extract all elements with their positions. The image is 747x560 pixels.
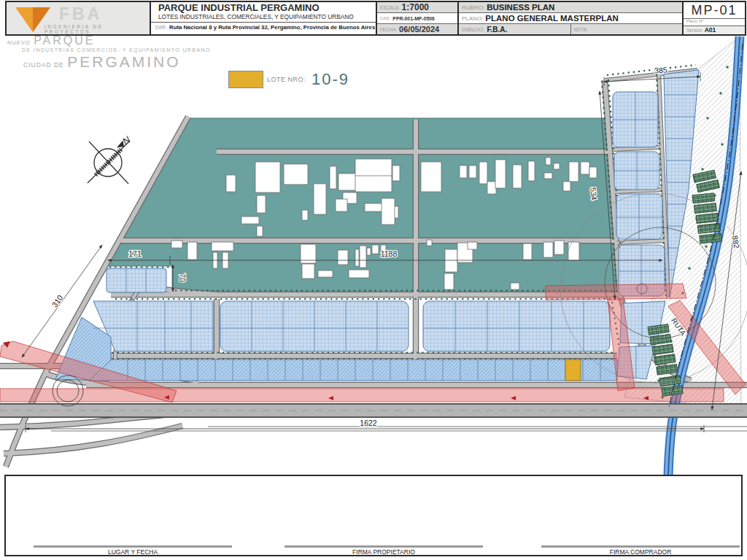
fecha-row: FECHA: 06/05/2024 [377,24,457,34]
header-line2: DE INDUSTRIAS COMERCIOS, Y EQUIPAMIENTO … [22,47,211,52]
project-title: PARQUE INDUSTRIAL PERGAMINO [151,2,376,13]
signature-label-comprador: FIRMA COMPRADOR [541,548,740,556]
rubro-label: RUBRO: [462,4,484,11]
header-parque: PARQUE [34,34,95,47]
logo-cell: FBA INGENIERIA DE PROYECTOS [7,2,151,34]
version-label: Version [686,28,703,33]
dim-1188: 1188 [381,249,398,258]
header-nuevo: NUEVO [7,39,31,46]
header-line1: NUEVO PARQUE [7,35,211,47]
project-address: DIR:Ruta Nacional 8 y Ruta Provincial 32… [151,23,376,31]
sheet-number-label: Plano N° [684,18,745,26]
signature-box: LUGAR Y FECHA FIRMA PROPIETARIO FIRMA CO… [4,475,743,556]
cad-label: CAD: [380,16,390,20]
dibujo-nota-row: DIBUJO: F.B.A. NOTA: [459,24,682,34]
plano-label: PLANO: [462,15,483,22]
dim-1622: 1622 [360,419,377,427]
title-block: FBA INGENIERIA DE PROYECTOS PARQUE INDUS… [5,1,746,36]
dim-310: 310 [50,293,64,308]
cad-row: CAD: PPR-001-MP-0506 [377,13,457,24]
lot-legend-label: LOTE NRO: [267,76,306,83]
signature-line-lugar [34,545,232,548]
nota-cell: NOTA: [570,24,683,34]
rubro-row: RUBRO: BUSINESS PLAN [459,2,682,13]
dir-label: DIR: [155,24,167,31]
dim-534: 534 [589,187,599,201]
nota-label: NOTA: [574,27,588,32]
sheet-code: MP-01 [684,2,745,18]
project-cell: PARQUE INDUSTRIAL PERGAMINO LOTES INDUST… [151,2,377,34]
lot-color-swatch [228,71,263,88]
plan-header: NUEVO PARQUE DE INDUSTRIAS COMERCIOS, Y … [7,35,211,70]
fecha-value: 06/05/2024 [399,25,439,34]
signature-line-propietario [285,545,483,548]
escala-label: ESCALA: [380,5,400,10]
meta-cell: ESCALA: 1:7000 CAD: PPR-001-MP-0506 FECH… [377,2,459,34]
header-pergamino: PERGAMINO [67,53,180,70]
project-subtitle: LOTES INDUSTRIALES, COMERCIALES, Y EQUIP… [151,13,376,23]
escala-row: ESCALA: 1:7000 [377,2,457,13]
header-ciudad: CIUDAD DE [23,61,64,69]
sheet-cell: MP-01 Plano N° Version A01 [684,2,745,34]
plano-row: PLANO: PLANO GENERAL MASTERPLAN [459,13,682,24]
masterplan-sheet: 1188 171 70 310 385 534 882 1622 RUTA N … [0,0,747,560]
version-value: A01 [705,26,716,34]
logo-tagline: INGENIERIA DE PROYECTOS [44,24,150,34]
logo-text: FBA [59,4,102,24]
header-line3: CIUDAD DE PERGAMINO [23,54,211,70]
lot-legend: LOTE NRO: 10-9 [228,70,349,89]
dibujo-label: DIBUJO: [462,26,485,33]
dim-882: 882 [731,235,741,249]
signature-label-lugar: LUGAR Y FECHA [34,548,232,556]
escala-value: 1:7000 [402,2,429,12]
rubro-value: BUSINESS PLAN [487,3,554,12]
dibujo-value: F.B.A. [487,26,508,34]
dibujo-cell: DIBUJO: F.B.A. [459,24,570,34]
signature-label-propietario: FIRMA PROPIETARIO [285,548,483,556]
north-arrow-icon: N [88,133,133,184]
fecha-label: FECHA: [380,27,397,32]
cad-value: PPR-001-MP-0506 [392,16,434,21]
dir-value: Ruta Nacional 8 y Ruta Provincial 32, Pe… [169,24,375,31]
plano-cell: RUBRO: BUSINESS PLAN PLANO: PLANO GENERA… [459,2,684,34]
lot-legend-value: 10-9 [311,70,349,89]
version-row: Version A01 [684,26,745,34]
lot-10-9-highlight [565,359,581,381]
dim-70: 70 [178,273,187,282]
dim-385: 385 [654,66,667,75]
plano-value: PLANO GENERAL MASTERPLAN [485,14,619,23]
dim-171: 171 [128,249,142,258]
signature-line-comprador [541,545,740,548]
